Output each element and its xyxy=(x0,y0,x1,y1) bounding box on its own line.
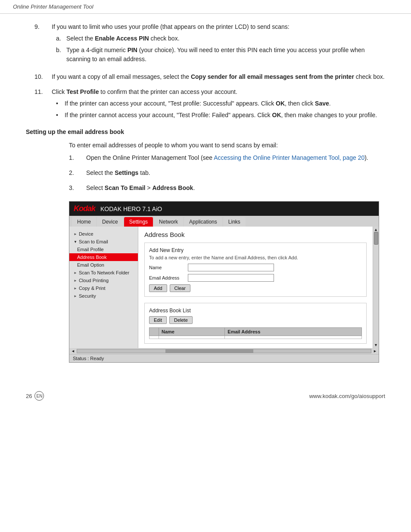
triangle-open-icon: ▼ xyxy=(74,240,77,244)
tab-applications[interactable]: Applications xyxy=(184,217,222,227)
footer-url: www.kodak.com/go/aiosupport xyxy=(309,393,385,399)
scroll-down-icon[interactable]: ▼ xyxy=(374,343,378,347)
screenshot-sidebar: ► Device ▼ Scan to Email Email Profile A… xyxy=(69,227,138,348)
intro-step-3: Select Scan To Email > Address Book. xyxy=(69,184,385,193)
form-buttons: Add Clear xyxy=(149,284,362,292)
status-text: Status : Ready xyxy=(73,356,104,361)
scrollbar-thumb[interactable] xyxy=(374,232,378,245)
status-bar: Status : Ready xyxy=(69,354,379,362)
scroll-left-icon[interactable]: ◄ xyxy=(71,349,75,353)
steps-list: If you want to limit who uses your profi… xyxy=(26,22,385,122)
page-number: 26 xyxy=(26,393,32,399)
tab-settings[interactable]: Settings xyxy=(124,217,153,227)
intro-step-2: Select the Settings tab. xyxy=(69,168,385,177)
add-button[interactable]: Add xyxy=(149,284,167,292)
scrollbar[interactable]: ▲ ▼ xyxy=(373,227,379,348)
sidebar-item-cloud-printing[interactable]: ► Cloud Printing xyxy=(69,277,138,284)
sidebar-item-scan-network[interactable]: ► Scan To Network Folder xyxy=(69,269,138,277)
edit-button[interactable]: Edit xyxy=(149,316,167,324)
add-section-desc: To add a new entry, enter the Name and E… xyxy=(149,255,362,260)
sidebar-item-scan-to-email[interactable]: ▼ Scan to Email xyxy=(69,238,138,246)
kodak-logo: Kodak xyxy=(74,204,95,213)
address-book-table: Name Email Address xyxy=(149,327,362,339)
step-9-substeps: a. Select the Enable Access PIN check bo… xyxy=(52,34,385,64)
bottom-scrollbar[interactable]: ◄ ► xyxy=(69,348,379,354)
intro-step-1: Open the Online Printer Management Tool … xyxy=(69,153,385,162)
sidebar-item-email-profile[interactable]: Email Profile xyxy=(69,246,138,253)
scroll-right-icon[interactable]: ► xyxy=(373,349,377,353)
step-9-text: If you want to limit who uses your profi… xyxy=(52,23,290,30)
sidebar-item-security[interactable]: ► Security xyxy=(69,292,138,300)
tab-device[interactable]: Device xyxy=(97,217,123,227)
list-section-title: Address Book List xyxy=(149,308,362,314)
sidebar-item-copy-print[interactable]: ► Copy & Print xyxy=(69,284,138,292)
table-col-email: Email Address xyxy=(225,328,362,336)
add-entry-section: Add New Entry To add a new entry, enter … xyxy=(144,243,367,297)
language-badge: EN xyxy=(34,391,44,401)
triangle-icon-4: ► xyxy=(74,286,77,290)
name-input[interactable] xyxy=(188,264,274,271)
step-11-bullet-2: If the printer cannot access your accoun… xyxy=(56,111,385,120)
triangle-icon-2: ► xyxy=(74,271,77,275)
email-input[interactable] xyxy=(188,274,274,282)
step-11-bullet-1: If the printer can access your account, … xyxy=(56,99,385,108)
email-row: Email Address xyxy=(149,274,362,282)
table-empty-row xyxy=(149,336,362,339)
step-11: Click Test Profile to confirm that the p… xyxy=(34,87,385,122)
triangle-icon: ► xyxy=(74,232,77,236)
add-section-title: Add New Entry xyxy=(149,247,362,253)
table-col-check xyxy=(149,328,159,336)
name-label: Name xyxy=(149,265,184,270)
scroll-up-icon[interactable]: ▲ xyxy=(374,227,378,232)
scroll-track xyxy=(77,349,371,353)
triangle-icon-3: ► xyxy=(74,279,77,283)
header-title: Online Printer Management Tool xyxy=(13,3,93,10)
tab-links[interactable]: Links xyxy=(223,217,246,227)
sidebar-item-address-book[interactable]: Address Book xyxy=(69,253,138,261)
content-title: Address Book xyxy=(144,231,367,238)
sidebar-item-device[interactable]: ► Device xyxy=(69,230,138,238)
screenshot: Kodak KODAK HERO 7.1 AiO Home Device Set… xyxy=(69,201,379,363)
intro-block: To enter email addresses of people to wh… xyxy=(26,140,385,193)
triangle-icon-5: ► xyxy=(74,294,77,298)
page-footer: 26 EN www.kodak.com/go/aiosupport xyxy=(0,384,411,408)
scroll-thumb xyxy=(165,349,254,353)
kodak-header: Kodak KODAK HERO 7.1 AiO xyxy=(69,202,379,216)
step-9a: a. Select the Enable Access PIN check bo… xyxy=(56,34,385,43)
step-11-bullets: If the printer can access your account, … xyxy=(52,99,385,120)
page-content: If you want to limit who uses your profi… xyxy=(0,14,411,380)
tab-network[interactable]: Network xyxy=(154,217,183,227)
clear-button[interactable]: Clear xyxy=(170,284,190,292)
intro-steps: Open the Online Printer Management Tool … xyxy=(69,153,385,193)
delete-button[interactable]: Delete xyxy=(169,316,193,324)
kodak-model: KODAK HERO 7.1 AiO xyxy=(100,205,162,212)
step-10: If you want a copy of all email messages… xyxy=(34,72,385,81)
page-number-area: 26 EN xyxy=(26,391,44,401)
link-management-tool[interactable]: Accessing the Online Printer Management … xyxy=(214,154,364,161)
list-section: Address Book List Edit Delete Name Email… xyxy=(144,303,367,344)
screenshot-body: ► Device ▼ Scan to Email Email Profile A… xyxy=(69,227,379,348)
table-col-name: Name xyxy=(159,328,225,336)
screenshot-content: Address Book Add New Entry To add a new … xyxy=(138,227,373,348)
step-9: If you want to limit who uses your profi… xyxy=(34,22,385,66)
page-header: Online Printer Management Tool xyxy=(0,0,411,14)
email-label: Email Address xyxy=(149,275,184,280)
nav-bar: Home Device Settings Network Application… xyxy=(69,216,379,227)
section-heading: Setting up the email address book xyxy=(26,128,385,135)
list-buttons: Edit Delete xyxy=(149,316,362,324)
sidebar-item-email-option[interactable]: Email Option xyxy=(69,261,138,269)
tab-home[interactable]: Home xyxy=(72,217,96,227)
name-row: Name xyxy=(149,264,362,271)
step-9b: b. Type a 4-digit numeric PIN (your choi… xyxy=(56,46,385,64)
intro-text: To enter email addresses of people to wh… xyxy=(69,140,385,150)
